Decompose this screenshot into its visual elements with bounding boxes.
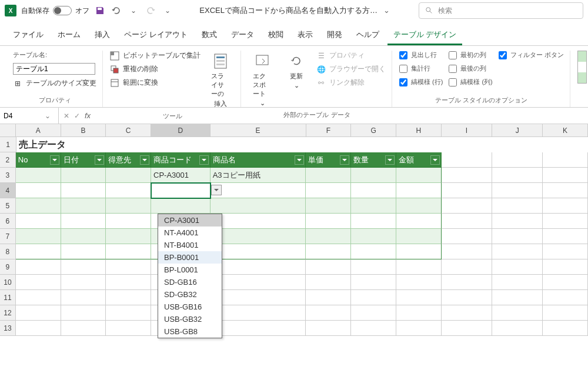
tab-tabledesign[interactable]: テーブル デザイン — [387, 26, 463, 45]
banded-rows-checkbox[interactable]: 縞模様 (行) — [399, 78, 443, 86]
cell[interactable] — [211, 275, 306, 290]
cell[interactable] — [61, 305, 106, 321]
cell[interactable] — [61, 275, 106, 290]
cell[interactable] — [16, 290, 61, 305]
cell[interactable] — [396, 229, 442, 244]
cell[interactable] — [492, 229, 543, 244]
pivot-summarize-button[interactable]: ピボットテーブルで集計 — [110, 51, 201, 61]
cell[interactable] — [306, 321, 351, 336]
cell[interactable] — [16, 305, 61, 321]
cell[interactable] — [396, 183, 442, 198]
tablename-input[interactable] — [13, 63, 95, 75]
filter-button-icon[interactable] — [295, 155, 304, 165]
cell[interactable] — [543, 229, 588, 244]
cell[interactable] — [543, 259, 588, 275]
row-header-7[interactable]: 7 — [0, 229, 16, 244]
cell[interactable] — [151, 198, 211, 214]
col-header-F[interactable]: F — [306, 124, 352, 137]
cell[interactable] — [492, 290, 543, 305]
cell[interactable] — [492, 152, 543, 168]
dropdown-item[interactable]: USB-GB32 — [158, 313, 222, 325]
select-all-corner[interactable] — [0, 124, 16, 137]
cell[interactable] — [61, 321, 106, 336]
cell-code-r3[interactable]: CP-A3001 — [151, 168, 211, 183]
row-header-11[interactable]: 11 — [0, 290, 16, 305]
th-amount[interactable]: 金額 — [396, 152, 442, 168]
row-header-2[interactable]: 2 — [0, 152, 16, 168]
dropdown-item[interactable]: BP-L0001 — [158, 264, 222, 276]
banded-columns-checkbox[interactable]: 縞模様 (列) — [449, 78, 492, 86]
cell[interactable] — [442, 183, 492, 198]
cell[interactable] — [106, 275, 151, 290]
cell[interactable] — [492, 168, 543, 183]
title-cell[interactable]: 売上データ — [16, 137, 158, 152]
insert-slicer-button[interactable]: スライサーの 挿入 — [206, 51, 235, 109]
cell[interactable] — [396, 244, 442, 259]
name-box[interactable]: ⌄ — [0, 108, 59, 124]
cell[interactable] — [306, 259, 351, 275]
cell[interactable] — [543, 214, 588, 229]
cell[interactable] — [492, 183, 543, 198]
validation-dropdown[interactable]: CP-A3001 NT-A4001 NT-B4001 BP-B0001 BP-L… — [158, 214, 222, 338]
cell[interactable] — [106, 290, 151, 305]
cancel-formula-icon[interactable]: ✕ — [64, 112, 69, 120]
cell[interactable] — [306, 183, 351, 198]
cell[interactable] — [351, 168, 396, 183]
col-header-D[interactable]: D — [151, 124, 211, 137]
save-icon[interactable] — [94, 5, 106, 16]
cell[interactable] — [16, 321, 61, 336]
tab-help[interactable]: ヘルプ — [350, 26, 385, 45]
th-customer[interactable]: 得意先 — [106, 152, 151, 168]
th-date[interactable]: 日付 — [61, 152, 106, 168]
cell[interactable] — [211, 198, 306, 214]
filter-button-checkbox[interactable]: フィルター ボタン — [499, 51, 564, 59]
cell[interactable] — [61, 214, 106, 229]
cell[interactable] — [492, 321, 543, 336]
th-qty[interactable]: 数量 — [351, 152, 396, 168]
cell[interactable] — [211, 244, 306, 259]
cell[interactable] — [351, 198, 396, 214]
dropdown-item[interactable]: NT-A4001 — [158, 227, 222, 239]
filter-button-icon[interactable] — [50, 155, 59, 165]
tab-view[interactable]: 表示 — [292, 26, 319, 45]
row-header-10[interactable]: 10 — [0, 275, 16, 290]
cell[interactable] — [351, 290, 396, 305]
cell[interactable] — [351, 305, 396, 321]
convert-range-button[interactable]: 範囲に変換 — [110, 78, 201, 88]
cell[interactable] — [106, 259, 151, 275]
col-header-H[interactable]: H — [396, 124, 442, 137]
qat-customize-icon[interactable]: ⌄ — [161, 6, 174, 15]
cell[interactable] — [61, 229, 106, 244]
cell[interactable] — [543, 305, 588, 321]
cell[interactable] — [351, 321, 396, 336]
cell[interactable] — [16, 168, 61, 183]
cell[interactable] — [61, 244, 106, 259]
th-code[interactable]: 商品コード — [151, 152, 211, 168]
name-box-input[interactable] — [4, 112, 45, 120]
row-header-1[interactable]: 1 — [0, 137, 16, 152]
last-column-checkbox[interactable]: 最後の列 — [449, 64, 492, 73]
cell[interactable] — [396, 321, 442, 336]
row-header-8[interactable]: 8 — [0, 244, 16, 259]
cell[interactable] — [396, 168, 442, 183]
row-header-6[interactable]: 6 — [0, 214, 16, 229]
cell[interactable] — [396, 214, 442, 229]
undo-dropdown-icon[interactable]: ⌄ — [127, 6, 140, 15]
tab-developer[interactable]: 開発 — [321, 26, 348, 45]
cell[interactable] — [306, 305, 351, 321]
cell[interactable] — [16, 244, 61, 259]
cell[interactable] — [396, 290, 442, 305]
tab-insert[interactable]: 挿入 — [89, 26, 116, 45]
tab-data[interactable]: データ — [225, 26, 260, 45]
dropdown-item[interactable]: USB-GB16 — [158, 301, 222, 313]
cell[interactable] — [306, 168, 351, 183]
cell[interactable] — [543, 198, 588, 214]
cell[interactable] — [351, 214, 396, 229]
cell[interactable] — [61, 183, 106, 198]
th-name[interactable]: 商品名 — [211, 152, 306, 168]
tab-review[interactable]: 校閲 — [262, 26, 289, 45]
cell[interactable] — [16, 229, 61, 244]
cell[interactable] — [211, 229, 306, 244]
cell[interactable] — [351, 259, 396, 275]
cell[interactable] — [396, 305, 442, 321]
